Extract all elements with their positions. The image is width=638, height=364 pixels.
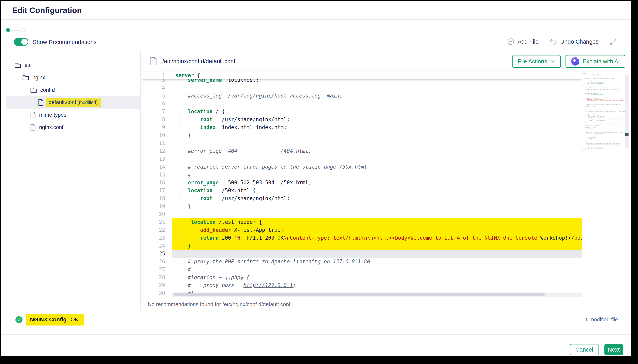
vertical-scrollbar-track[interactable] <box>625 73 628 297</box>
undo-changes-label: Undo Changes <box>560 38 598 45</box>
next-button[interactable]: Next <box>604 344 623 355</box>
file-actions-button[interactable]: File Actions <box>512 55 561 68</box>
line-number: 5 <box>142 92 165 100</box>
code-editor[interactable]: 3 server_name localhost;45 #access_log /… <box>142 72 582 298</box>
code-text: add_header X-Test-App true; <box>175 226 284 234</box>
scrollbar-change-marker <box>625 133 628 136</box>
code-line[interactable]: 11 <box>142 139 582 147</box>
code-line[interactable]: 18 root /usr/share/nginx/html; <box>142 194 582 202</box>
code-line[interactable]: 5 #access_log /var/log/nginx/host.access… <box>142 92 582 100</box>
tree-item-nginx.conf[interactable]: nginx.conf <box>6 121 140 134</box>
code-line[interactable]: 14 # redirect server error pages to the … <box>142 163 582 171</box>
explain-with-ai-label: Explain with AI <box>582 58 620 65</box>
tree-item-mime.types[interactable]: mime.types <box>6 109 140 121</box>
stepper-step-1-active <box>6 28 10 32</box>
tree-item-label: mime.types <box>39 112 66 118</box>
code-text: #location ~ \.php$ { <box>175 274 250 281</box>
tree-item-nginx[interactable]: nginx <box>6 72 140 84</box>
footer-divider <box>1 334 631 334</box>
file-tree-sidebar: etcnginxconf.ddefault.conf (modified)mim… <box>6 51 141 311</box>
code-text: #error_page 404 /404.html; <box>175 147 311 155</box>
undo-icon <box>549 38 558 46</box>
code-line[interactable]: 29 # proxy_pass http://127.0.0.1; <box>142 281 582 289</box>
file-icon <box>30 124 36 131</box>
code-text: # <box>175 266 191 274</box>
code-text: # proxy the PHP scripts to Apache listen… <box>175 258 370 266</box>
code-text: } <box>175 242 191 250</box>
page-title: Edit Configuration <box>12 6 82 15</box>
line-number: 1 <box>142 72 165 79</box>
tree-item-label: nginx.conf <box>39 124 64 130</box>
show-recommendations-toggle[interactable] <box>14 38 29 46</box>
show-recommendations-label: Show Recommendations <box>33 39 96 46</box>
code-text: root /usr/share/nginx/html; <box>175 116 290 123</box>
code-text: # <box>175 171 191 179</box>
line-number: 27 <box>142 266 165 274</box>
highlight-current-line <box>172 250 582 258</box>
explain-with-ai-button[interactable]: Explain with AI <box>565 55 625 68</box>
line-number: 23 <box>142 234 165 242</box>
vertical-scrollbar-thumb[interactable] <box>625 75 628 148</box>
code-line[interactable]: 12 #error_page 404 /404.html; <box>142 147 582 155</box>
code-line[interactable]: 17 location = /50x.html { <box>142 186 582 194</box>
code-line[interactable]: 21 location /test_header { <box>142 218 582 226</box>
code-line[interactable]: 7 location / { <box>142 108 582 116</box>
recommendations-message: No recommendations found for /etc/nginx/… <box>148 302 290 308</box>
code-line[interactable]: 10 } <box>142 131 582 139</box>
toolbar-actions: Add File Undo Changes <box>507 38 617 46</box>
undo-changes-button[interactable]: Undo Changes <box>549 38 598 46</box>
line-number: 22 <box>142 226 165 234</box>
add-file-button[interactable]: Add File <box>507 38 538 46</box>
code-line[interactable]: 25 <box>142 250 582 258</box>
code-line[interactable]: 6 <box>142 100 582 108</box>
code-line[interactable]: 15 # <box>142 171 582 179</box>
tree-item-label: default.conf (modified) <box>46 98 101 107</box>
expand-icon <box>609 38 617 46</box>
code-line[interactable]: 23 return 200 'HTTP/1.1 200 OK\nContent-… <box>142 234 582 242</box>
status-value: OK <box>71 316 79 323</box>
folder-icon <box>30 87 37 93</box>
code-line[interactable]: 19 } <box>142 202 582 210</box>
check-circle-icon: ✓ <box>16 316 23 323</box>
code-text: index index.html index.htm; <box>175 123 287 131</box>
file-icon <box>30 111 36 118</box>
code-line[interactable]: 24 } <box>142 242 582 250</box>
code-line[interactable]: 28 #location ~ \.php$ { <box>142 274 582 281</box>
tree-item-default.conf[interactable]: default.conf (modified) <box>6 96 140 108</box>
code-line[interactable]: 26 # proxy the PHP scripts to Apache lis… <box>142 258 582 266</box>
code-line[interactable]: 8 root /usr/share/nginx/html; <box>142 116 582 123</box>
line-number: 16 <box>142 179 165 186</box>
editor-minimap[interactable]: server { listen 80 default_server; serve… <box>582 73 625 297</box>
folder-icon <box>14 62 21 68</box>
line-number: 7 <box>142 108 165 116</box>
code-line[interactable]: 22 add_header X-Test-App true; <box>142 226 582 234</box>
tree-item-conf.d[interactable]: conf.d <box>6 84 140 96</box>
expand-button[interactable] <box>609 38 617 46</box>
horizontal-scrollbar-thumb[interactable] <box>173 293 545 296</box>
line-number: 19 <box>142 202 165 210</box>
code-line[interactable]: 13 <box>142 155 582 163</box>
line-number: 28 <box>142 274 165 281</box>
indent-guide <box>181 226 181 242</box>
code-text: return 200 'HTTP/1.1 200 OK\nContent-Typ… <box>175 234 582 242</box>
tree-item-etc[interactable]: etc <box>6 59 140 71</box>
code-line[interactable]: 20 <box>142 210 582 218</box>
nginx-config-status-badge: NGINX Config OK <box>26 314 84 326</box>
code-text: location / { <box>175 108 225 116</box>
line-number: 20 <box>142 210 165 218</box>
editor-header: /etc/nginx/conf.d/default.conf File Acti… <box>142 51 629 72</box>
code-line[interactable]: 9 index index.html index.htm; <box>142 123 582 131</box>
code-line[interactable]: 27 # <box>142 266 582 274</box>
code-text: location /test_header { <box>175 218 262 226</box>
line-number: 15 <box>142 171 165 179</box>
highlight-yellow <box>172 242 582 250</box>
code-line[interactable]: 4 <box>142 84 582 92</box>
cancel-button[interactable]: Cancel <box>570 344 599 355</box>
plus-circle-icon <box>507 38 515 46</box>
code-line[interactable]: 16 error_page 500 502 503 504 /50x.html; <box>142 179 582 186</box>
code-line-sticky[interactable]: 1server { <box>142 72 582 79</box>
tree-item-label: conf.d <box>40 87 55 93</box>
line-number: 26 <box>142 258 165 266</box>
recommendations-bar: No recommendations found for /etc/nginx/… <box>142 298 629 311</box>
configuration-panel: etcnginxconf.ddefault.conf (modified)mim… <box>6 51 629 328</box>
